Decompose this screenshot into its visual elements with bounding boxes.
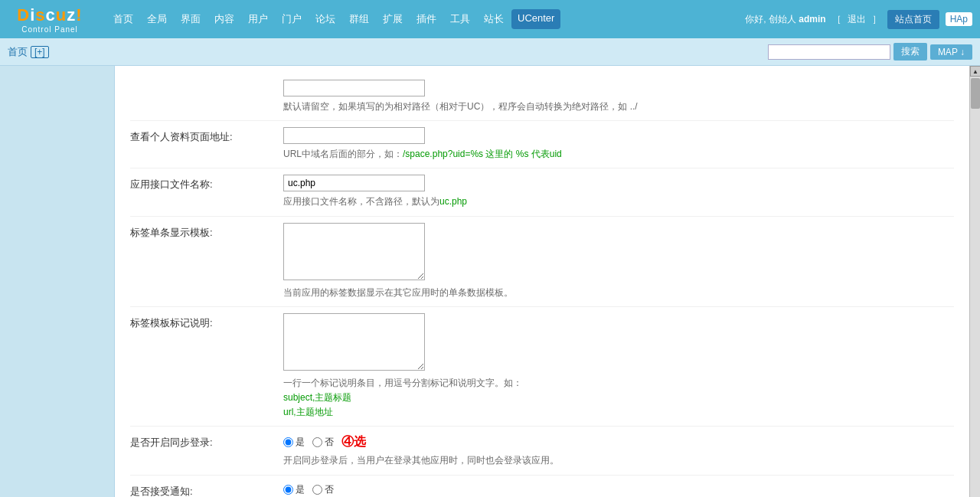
breadcrumb-plus[interactable]: [+]	[31, 46, 49, 58]
form-row-tag-template: 标签单条显示模板: 当前应用的标签数据显示在其它应用时的单条数据模板。	[130, 217, 954, 307]
bracket-close: ］	[872, 13, 881, 26]
form-control-profile-url: URL中域名后面的部分，如：/space.php?uid=%s 这里的 %s 代…	[283, 127, 954, 162]
sync-login-no-text: 否	[325, 436, 334, 449]
api-file-hint-green: uc.php	[439, 196, 467, 207]
search-input[interactable]	[768, 44, 890, 60]
nav-zhanzhang[interactable]: 站长	[478, 9, 510, 29]
form-label-notification: 是否接受通知:	[130, 482, 283, 498]
api-file-hint: 应用接口文件名称，不含路径，默认为uc.php	[283, 191, 954, 209]
profile-url-input[interactable]	[283, 127, 425, 144]
sync-login-yes-radio[interactable]	[283, 437, 293, 447]
notification-no-text: 否	[325, 483, 334, 496]
user-badge: HAp	[946, 12, 972, 26]
top-right-area: 你好, 创始人 admin ［ 退出 ］ 站点首页 HAp	[745, 10, 972, 29]
zhanzhan-button[interactable]: 站点首页	[887, 10, 939, 29]
logout-link[interactable]: 退出	[848, 13, 866, 26]
sync-login-annotation: ④选	[341, 434, 366, 450]
nav-ucenter[interactable]: UCenter	[511, 9, 560, 29]
nav-luntan[interactable]: 论坛	[309, 9, 341, 29]
content-area: 默认请留空，如果填写的为相对路径（相对于UC），程序会自动转换为绝对路径，如 .…	[115, 66, 969, 497]
nav-chajian[interactable]: 插件	[410, 9, 443, 29]
sync-login-yes-text: 是	[296, 436, 305, 449]
notification-yes-text: 是	[296, 483, 305, 496]
form-label-api-file: 应用接口文件名称:	[130, 175, 283, 191]
form-control-tag-desc: 一行一个标记说明条目，用逗号分割标记和说明文字。如： subject,主题标题 …	[283, 313, 954, 420]
form-label-tag-template: 标签单条显示模板:	[130, 223, 283, 240]
notification-yes-radio[interactable]	[283, 485, 293, 495]
sync-login-hint: 开启同步登录后，当用户在登录其他应用时，同时也会登录该应用。	[283, 450, 954, 468]
tag-desc-textarea[interactable]	[283, 313, 425, 371]
form-row-notification: 是否接受通知: 是 否	[130, 476, 954, 498]
nav-menlv[interactable]: 门户	[276, 9, 308, 29]
nav-links: 首页 全局 界面 内容 用户 门户 论坛 群组 扩展 插件 工具 站长 UCen…	[107, 9, 745, 29]
sync-login-no-radio[interactable]	[312, 437, 322, 447]
top-navigation: Discuz! Control Panel 首页 全局 界面 内容 用户 门户 …	[0, 0, 980, 38]
breadcrumb-right: 搜索 MAP ↓	[768, 43, 972, 60]
profile-url-hint: URL中域名后面的部分，如：/space.php?uid=%s 这里的 %s 代…	[283, 144, 954, 162]
sync-login-no-label[interactable]: 否	[312, 436, 334, 449]
notification-radio-group: 是 否	[283, 483, 954, 496]
tag-desc-example1: subject,主题标题	[283, 392, 351, 403]
notification-no-radio[interactable]	[312, 485, 322, 495]
form-label-tag-desc: 标签模板标记说明:	[130, 313, 283, 330]
tag-template-hint: 当前应用的标签数据显示在其它应用时的单条数据模板。	[283, 283, 954, 300]
form-row-profile-url: 查看个人资料页面地址: URL中域名后面的部分，如：/space.php?uid…	[130, 121, 954, 168]
form-label-profile-url: 查看个人资料页面地址:	[130, 127, 283, 144]
scroll-up-arrow[interactable]: ▲	[970, 66, 980, 77]
form-control-tag-template: 当前应用的标签数据显示在其它应用时的单条数据模板。	[283, 223, 954, 300]
form-row-api-file: 应用接口文件名称: 应用接口文件名称，不含路径，默认为uc.php	[130, 168, 954, 216]
form-row-path: 默认请留空，如果填写的为相对路径（相对于UC），程序会自动转换为绝对路径，如 .…	[130, 74, 954, 121]
breadcrumb-home[interactable]: 首页	[8, 45, 28, 59]
breadcrumb-left: 首页 [+]	[8, 45, 49, 59]
form-control-api-file: 应用接口文件名称，不含路径，默认为uc.php	[283, 175, 954, 209]
nav-kuozhan[interactable]: 扩展	[377, 9, 409, 29]
form-label-sync-login: 是否开启同步登录:	[130, 433, 283, 450]
notification-no-label[interactable]: 否	[312, 483, 334, 496]
logo-text: Discuz!	[17, 5, 82, 25]
scroll-track	[970, 77, 980, 497]
sidebar	[0, 66, 115, 497]
scroll-thumb[interactable]	[971, 78, 980, 109]
path-hint: 默认请留空，如果填写的为相对路径（相对于UC），程序会自动转换为绝对路径，如 .…	[283, 96, 954, 114]
nav-yonghu[interactable]: 用户	[242, 9, 274, 29]
vertical-scrollbar[interactable]: ▲ ▼	[969, 66, 980, 497]
form-row-sync-login: 是否开启同步登录: 是 否 ④选 开启同步登录后，当用户在登录其他应用时，同时也…	[130, 427, 954, 475]
nav-gongju[interactable]: 工具	[444, 9, 476, 29]
sync-login-radio-group: 是 否 ④选	[283, 434, 954, 450]
form-control-sync-login: 是 否 ④选 开启同步登录后，当用户在登录其他应用时，同时也会登录该应用。	[283, 433, 954, 468]
nav-neirong[interactable]: 内容	[208, 9, 240, 29]
main-layout: 默认请留空，如果填写的为相对路径（相对于UC），程序会自动转换为绝对路径，如 .…	[0, 66, 980, 497]
form-control-path: 默认请留空，如果填写的为相对路径（相对于UC），程序会自动转换为绝对路径，如 .…	[283, 80, 954, 114]
notification-yes-label[interactable]: 是	[283, 483, 305, 496]
api-file-input[interactable]	[283, 175, 425, 191]
username: admin	[799, 14, 825, 25]
form-control-notification: 是 否	[283, 482, 954, 496]
path-input[interactable]	[283, 80, 425, 96]
bracket-open: ［	[832, 13, 841, 26]
form-label-path	[130, 80, 283, 83]
breadcrumb-bar: 首页 [+] 搜索 MAP ↓	[0, 38, 980, 66]
tag-desc-hint: 一行一个标记说明条目，用逗号分割标记和说明文字。如： subject,主题标题 …	[283, 373, 954, 420]
nav-qunzu[interactable]: 群组	[343, 9, 375, 29]
tag-template-textarea[interactable]	[283, 223, 425, 280]
search-button[interactable]: 搜索	[893, 43, 927, 60]
sync-login-yes-label[interactable]: 是	[283, 436, 305, 449]
nav-home[interactable]: 首页	[107, 9, 139, 29]
tag-desc-example2: url,主题地址	[283, 407, 333, 417]
logo: Discuz! Control Panel	[8, 5, 92, 34]
nav-jiemian[interactable]: 界面	[175, 9, 207, 29]
map-button[interactable]: MAP ↓	[930, 44, 972, 60]
profile-url-hint-green: /space.php?uid=%s 这里的 %s 代表uid	[403, 149, 562, 159]
greeting-text: 你好, 创始人 admin	[745, 13, 825, 26]
form-row-tag-desc: 标签模板标记说明: 一行一个标记说明条目，用逗号分割标记和说明文字。如： sub…	[130, 307, 954, 427]
nav-quanju[interactable]: 全局	[141, 9, 173, 29]
logo-subtitle: Control Panel	[21, 25, 78, 34]
